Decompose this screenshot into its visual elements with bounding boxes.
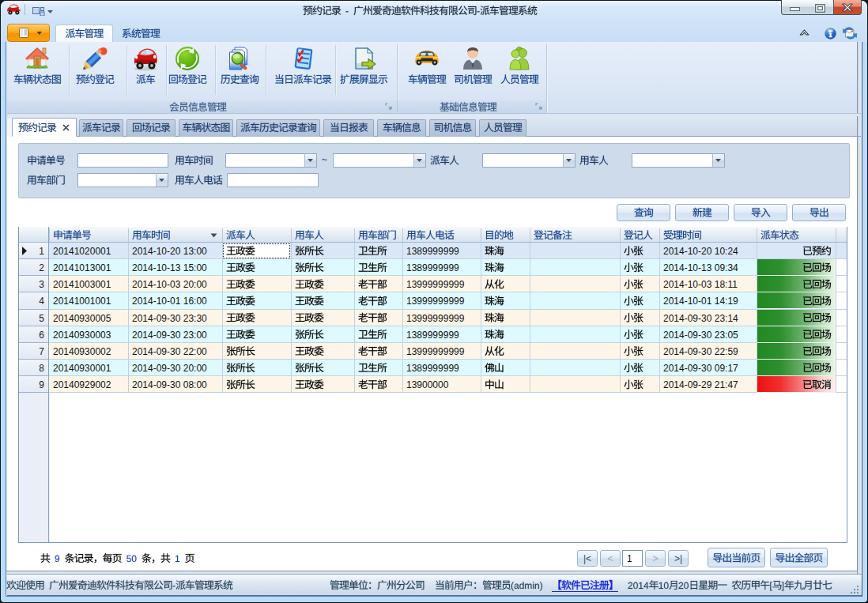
svg-text:3: 3 [39,279,44,290]
svg-text:2014-09-30 23:00: 2014-09-30 23:00 [132,330,207,341]
svg-text:20141020001: 20141020001 [53,246,111,257]
svg-text:8: 8 [39,363,44,374]
svg-text:2014-09-30 22:00: 2014-09-30 22:00 [132,346,207,357]
svg-text:20140930002: 20140930002 [53,346,111,357]
svg-text:>|: >| [674,553,682,564]
svg-text:2014-09-30 09:17: 2014-09-30 09:17 [663,363,738,374]
svg-text:2014-10-03 20:00: 2014-10-03 20:00 [132,279,207,290]
svg-text:2014-10-20 13:00: 2014-10-20 13:00 [132,246,207,257]
svg-text:13999999999: 13999999999 [406,346,465,357]
svg-text:13999999999: 13999999999 [406,279,465,290]
svg-text:13999999999: 13999999999 [406,313,465,324]
svg-text:2014-10-01 16:00: 2014-10-01 16:00 [132,296,207,307]
svg-text:13900000: 13900000 [406,379,449,390]
svg-text:5: 5 [39,313,44,324]
svg-text:20141001001: 20141001001 [53,296,111,307]
svg-text:1389999999: 1389999999 [406,246,459,257]
svg-text:20140930003: 20140930003 [53,330,111,341]
svg-text:>: > [652,553,658,564]
svg-text:6: 6 [39,330,44,341]
svg-text:2014-09-30 08:00: 2014-09-30 08:00 [132,379,207,390]
svg-text:2014-10-13 15:00: 2014-10-13 15:00 [132,262,207,273]
svg-text:1: 1 [627,553,632,564]
svg-text:2014-10-13 09:34: 2014-10-13 09:34 [663,262,738,273]
svg-text:4: 4 [39,296,44,307]
svg-text:2014-09-30 22:59: 2014-09-30 22:59 [663,346,738,357]
svg-text:13999999999: 13999999999 [406,296,465,307]
svg-text:1389999999: 1389999999 [406,262,459,273]
svg-text:20141003001: 20141003001 [53,279,111,290]
svg-text:20140930001: 20140930001 [53,363,111,374]
svg-text:2: 2 [39,262,44,273]
svg-text:2014-10-03 18:11: 2014-10-03 18:11 [663,279,738,290]
svg-text:2014-10-20 10:24: 2014-10-20 10:24 [663,246,738,257]
svg-text:2014-09-30 23:14: 2014-09-30 23:14 [663,313,738,324]
svg-text:9: 9 [39,379,44,390]
svg-text:7: 7 [39,346,44,357]
svg-text:1: 1 [39,246,44,257]
svg-text:2014-09-30 23:05: 2014-09-30 23:05 [663,330,738,341]
svg-text:|<: |< [583,553,591,564]
svg-text:2014-09-30 20:00: 2014-09-30 20:00 [132,363,207,374]
svg-text:2014-09-29 21:47: 2014-09-29 21:47 [663,379,738,390]
svg-text:20140929002: 20140929002 [53,379,111,390]
svg-text:2014-10-01 14:19: 2014-10-01 14:19 [663,296,738,307]
svg-text:<: < [607,553,613,564]
svg-text:1389999999: 1389999999 [406,330,459,341]
svg-text:20141013001: 20141013001 [53,262,111,273]
svg-text:20140930005: 20140930005 [53,313,111,324]
svg-text:2014-09-30 23:30: 2014-09-30 23:30 [132,313,207,324]
svg-text:1389999999: 1389999999 [406,363,459,374]
